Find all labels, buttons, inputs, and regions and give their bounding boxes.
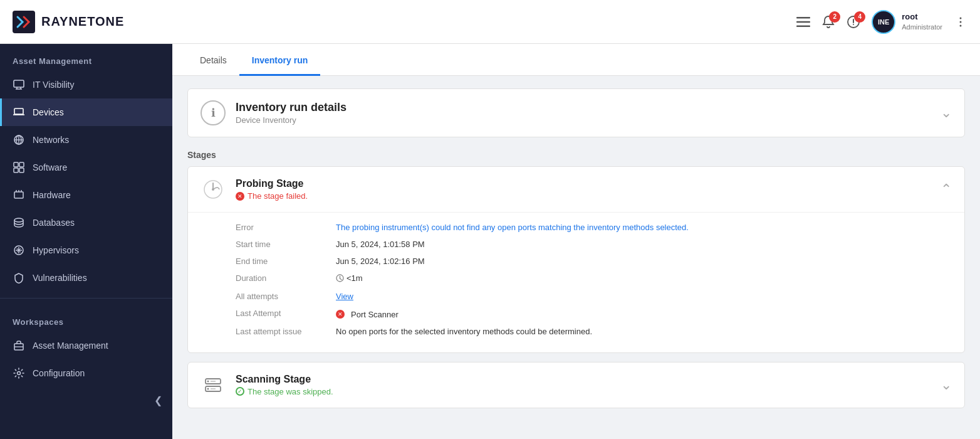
inventory-run-details-header[interactable]: ℹ Inventory run details Device Inventory… bbox=[188, 89, 964, 137]
sidebar-item-networks[interactable]: Networks bbox=[0, 126, 172, 154]
skipped-dot-icon: ✓ bbox=[236, 387, 244, 396]
scanning-stage-info: Scanning Stage ✓ The stage was skipped. bbox=[236, 374, 333, 396]
sidebar-item-label: Hypervisors bbox=[33, 245, 79, 255]
hardware-icon bbox=[13, 189, 25, 201]
sidebar-item-label: Asset Management bbox=[33, 341, 108, 351]
probing-stage-details: Error The probing instrument(s) could no… bbox=[188, 212, 964, 352]
probing-stage-card: Probing Stage ✕ The stage failed. ⌃ Erro… bbox=[187, 166, 965, 353]
user-role: Administrator bbox=[902, 23, 942, 31]
sidebar-item-hypervisors[interactable]: Hypervisors bbox=[0, 236, 172, 264]
sidebar-item-label: Networks bbox=[33, 135, 69, 145]
svg-rect-20 bbox=[19, 162, 24, 167]
database-icon bbox=[13, 216, 25, 229]
error-dot-icon: ✕ bbox=[236, 192, 244, 201]
card-title-block: Inventory run details Device Inventory bbox=[236, 101, 347, 125]
briefcase-icon bbox=[13, 339, 25, 352]
svg-rect-2 bbox=[796, 21, 810, 23]
user-area[interactable]: INE root Administrator bbox=[872, 10, 942, 34]
last-attempt-error-icon: ✕ bbox=[336, 310, 345, 319]
detail-row-error: Error The probing instrument(s) could no… bbox=[236, 219, 946, 236]
svg-point-35 bbox=[18, 372, 21, 375]
sidebar-item-label: Databases bbox=[33, 218, 75, 228]
sidebar-section-workspaces: Workspaces bbox=[0, 305, 172, 332]
sidebar-item-label: Configuration bbox=[33, 368, 85, 378]
tabs-bar: Details Inventory run bbox=[172, 44, 980, 76]
error-value: The probing instrument(s) could not find… bbox=[336, 223, 946, 232]
notification-badge: 2 bbox=[829, 11, 840, 23]
nav-menu-button[interactable] bbox=[796, 15, 810, 29]
svg-line-40 bbox=[340, 278, 342, 280]
more-options-button[interactable] bbox=[954, 15, 967, 29]
network-icon bbox=[13, 134, 25, 146]
sidebar-item-label: IT Visibility bbox=[33, 80, 74, 90]
user-info: root Administrator bbox=[902, 12, 942, 31]
chevron-down-icon: ⌄ bbox=[941, 105, 952, 121]
main-layout: Asset Management IT Visibility Devices N… bbox=[0, 44, 980, 439]
stages-label: Stages bbox=[187, 147, 965, 166]
end-time-value: Jun 5, 2024, 1:02:16 PM bbox=[336, 257, 946, 266]
svg-point-37 bbox=[212, 188, 214, 191]
probing-stage-status: ✕ The stage failed. bbox=[236, 191, 308, 201]
alert-button[interactable]: 4 bbox=[847, 15, 860, 29]
shield-icon bbox=[13, 272, 25, 284]
svg-point-6 bbox=[853, 24, 854, 25]
sidebar-item-it-visibility[interactable]: IT Visibility bbox=[0, 71, 172, 98]
scanning-stage-status: ✓ The stage was skipped. bbox=[236, 387, 333, 396]
start-time-value: Jun 5, 2024, 1:01:58 PM bbox=[336, 240, 946, 249]
sidebar-item-label: Vulnerabilities bbox=[33, 273, 87, 283]
svg-rect-22 bbox=[19, 168, 24, 172]
detail-row-end-time: End time Jun 5, 2024, 1:02:16 PM bbox=[236, 253, 946, 270]
detail-row-duration: Duration <1m bbox=[236, 270, 946, 288]
svg-rect-3 bbox=[796, 25, 810, 27]
scanning-stage-header-left: Scanning Stage ✓ The stage was skipped. bbox=[201, 373, 333, 398]
card-header-left: ℹ Inventory run details Device Inventory bbox=[201, 100, 347, 125]
scanning-stage-icon bbox=[201, 373, 226, 398]
sidebar-item-databases[interactable]: Databases bbox=[0, 209, 172, 236]
detail-row-all-attempts: All attempts View bbox=[236, 288, 946, 305]
sidebar-item-hardware[interactable]: Hardware bbox=[0, 181, 172, 209]
sidebar-item-label: Software bbox=[33, 162, 67, 172]
tab-details[interactable]: Details bbox=[187, 44, 239, 76]
sidebar-item-software[interactable]: Software bbox=[0, 154, 172, 181]
alert-badge: 4 bbox=[854, 11, 865, 23]
chevron-up-icon: ⌃ bbox=[941, 181, 952, 198]
inventory-run-details-card: ℹ Inventory run details Device Inventory… bbox=[187, 88, 965, 137]
probing-stage-icon bbox=[201, 177, 226, 202]
detail-row-last-attempt: Last Attempt ✕ Port Scanner bbox=[236, 305, 946, 323]
sidebar-collapse-button[interactable]: ❮ bbox=[0, 387, 172, 414]
all-attempts-value: View bbox=[336, 292, 946, 301]
scanning-stage-card: Scanning Stage ✓ The stage was skipped. … bbox=[187, 362, 965, 408]
duration-value: <1m bbox=[336, 273, 946, 284]
start-time-label: Start time bbox=[236, 240, 336, 249]
svg-point-44 bbox=[207, 388, 209, 389]
svg-rect-14 bbox=[14, 108, 23, 114]
sidebar-item-vulnerabilities[interactable]: Vulnerabilities bbox=[0, 264, 172, 292]
sidebar-item-configuration[interactable]: Configuration bbox=[0, 359, 172, 387]
header-right: 2 4 INE root Administrator bbox=[796, 10, 967, 34]
last-attempt-label: Last Attempt bbox=[236, 309, 336, 318]
svg-point-7 bbox=[960, 17, 962, 19]
probing-stage-info: Probing Stage ✕ The stage failed. bbox=[236, 178, 308, 201]
svg-rect-21 bbox=[14, 168, 18, 172]
page-content: ℹ Inventory run details Device Inventory… bbox=[172, 76, 980, 430]
svg-rect-10 bbox=[14, 80, 24, 87]
avatar: INE bbox=[872, 10, 895, 34]
card-title: Inventory run details bbox=[236, 101, 347, 114]
tab-inventory-run[interactable]: Inventory run bbox=[239, 44, 320, 76]
sidebar-item-label: Devices bbox=[33, 107, 64, 117]
detail-row-last-attempt-issue: Last attempt issue No open ports for the… bbox=[236, 323, 946, 340]
hypervisor-icon bbox=[13, 244, 25, 257]
notification-button[interactable]: 2 bbox=[821, 15, 835, 29]
last-attempt-value: ✕ Port Scanner bbox=[336, 309, 946, 319]
svg-point-27 bbox=[14, 218, 23, 222]
logo-icon bbox=[13, 11, 35, 33]
sidebar-item-devices[interactable]: Devices bbox=[0, 98, 172, 126]
error-label: Error bbox=[236, 223, 336, 232]
probing-stage-header[interactable]: Probing Stage ✕ The stage failed. ⌃ bbox=[188, 167, 964, 212]
sidebar: Asset Management IT Visibility Devices N… bbox=[0, 44, 172, 439]
view-link[interactable]: View bbox=[336, 292, 353, 301]
probing-stage-header-left: Probing Stage ✕ The stage failed. bbox=[201, 177, 308, 202]
scanning-stage-header[interactable]: Scanning Stage ✓ The stage was skipped. … bbox=[188, 362, 964, 408]
sidebar-item-asset-management-workspace[interactable]: Asset Management bbox=[0, 332, 172, 359]
user-name: root bbox=[902, 12, 942, 23]
